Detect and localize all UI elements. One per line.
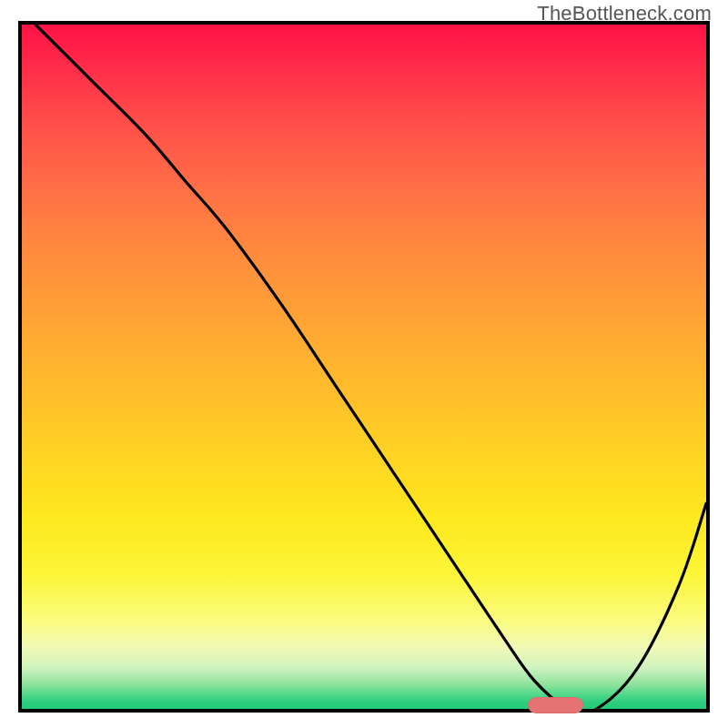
plot-frame [18,21,710,713]
bottleneck-curve [22,25,706,709]
optimal-marker [528,697,582,713]
chart-container: TheBottleneck.com [0,0,728,728]
